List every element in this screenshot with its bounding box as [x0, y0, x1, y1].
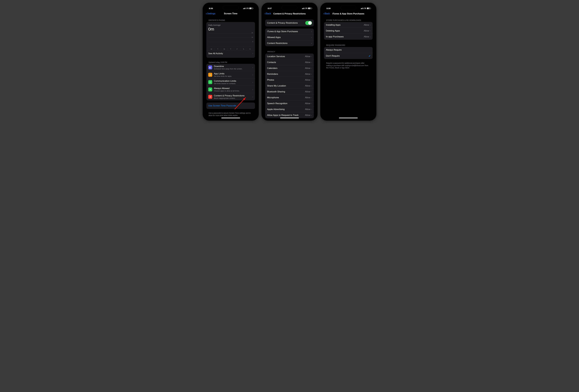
row-label: Allow Apps to Request to Track — [267, 114, 305, 116]
checkmark-icon: ✔ — [208, 87, 212, 91]
privacy-row[interactable]: Location ServicesAllow› — [265, 54, 314, 59]
main-card: iTunes & App Store Purchases › Allowed A… — [265, 29, 314, 46]
downtime-row[interactable]: ◐ Downtime Schedule time away from the s… — [206, 64, 255, 71]
chevron-right-icon: › — [311, 90, 312, 93]
battery-icon: 38 — [308, 7, 312, 9]
home-indicator[interactable] — [221, 118, 240, 118]
store-row[interactable]: Installing AppsAllow› — [324, 22, 373, 28]
row-label: Always Require — [326, 49, 371, 51]
chevron-right-icon: › — [370, 23, 371, 26]
row-label: Calendars — [267, 67, 305, 69]
daily-average-value: 0m — [208, 27, 253, 32]
privacy-row[interactable]: Allow Apps to Request to TrackAllow› — [265, 112, 314, 118]
privacy-row[interactable]: ContactsAllow› — [265, 59, 314, 65]
home-indicator[interactable] — [339, 118, 358, 118]
allowed-apps-row[interactable]: Allowed Apps › — [265, 34, 314, 40]
row-label: Installing Apps — [326, 24, 364, 26]
page-title: Content & Privacy Restrictions — [263, 12, 316, 15]
chevron-right-icon: › — [370, 29, 371, 32]
back-button[interactable]: ‹ Back — [265, 12, 271, 15]
chevron-right-icon: › — [252, 81, 253, 84]
row-value: Allow — [305, 96, 310, 99]
store-row[interactable]: In-app PurchasesAllow› — [324, 34, 373, 40]
battery-icon: 39 — [249, 7, 253, 9]
privacy-row[interactable]: Speech RecognitionAllow› — [265, 101, 314, 107]
chevron-right-icon: › — [252, 66, 253, 69]
chevron-right-icon: › — [311, 73, 312, 75]
back-button[interactable]: ‹ Settings — [206, 12, 215, 15]
privacy-row[interactable]: Share My LocationAllow› — [265, 83, 314, 89]
itunes-purchases-row[interactable]: iTunes & App Store Purchases › — [265, 29, 314, 34]
daily-average-card: Daily Average 0m 2h 1h 0 M T W T F S — [206, 22, 255, 58]
row-value: Allow — [305, 61, 310, 64]
row-subtitle: Schedule time away from the screen. — [214, 68, 252, 70]
battery-icon: 38 — [367, 7, 371, 9]
status-time: 8:08 — [327, 7, 331, 9]
signal-icon — [243, 8, 245, 9]
row-value: Allow — [305, 55, 310, 58]
always-allowed-row[interactable]: ✔ Always Allowed Choose apps to allow at… — [206, 86, 255, 93]
content-restrictions-row[interactable]: Content Restrictions › — [265, 40, 314, 46]
app-limits-row[interactable]: ⏳ App Limits Set time limits for apps. › — [206, 71, 255, 78]
row-value: Allow — [305, 73, 310, 75]
see-all-activity-row[interactable]: See All Activity › — [206, 50, 255, 56]
row-title: App Limits — [214, 72, 252, 75]
content-privacy-toggle-row[interactable]: Content & Privacy Restrictions — [265, 19, 314, 26]
chevron-right-icon: › — [311, 78, 312, 81]
nav-bar: ‹ Back Content & Privacy Restrictions — [263, 11, 316, 17]
person-icon: ☺ — [208, 80, 212, 84]
row-label: Location Services — [267, 55, 305, 58]
back-button[interactable]: ‹ Back — [323, 12, 330, 15]
toggle-switch[interactable] — [305, 21, 312, 25]
home-indicator[interactable] — [280, 118, 299, 118]
network-label: LTE — [363, 7, 366, 9]
row-subtitle: Set time limits for apps. — [214, 75, 252, 77]
downtime-icon: ◐ — [208, 65, 212, 69]
chart-tick: 0 — [252, 41, 253, 43]
privacy-row[interactable]: CalendarsAllow› — [265, 65, 314, 71]
require-row[interactable]: Don't Require✓ — [324, 53, 373, 59]
store-row[interactable]: Deleting AppsAllow› — [324, 28, 373, 34]
row-label: Deleting Apps — [326, 30, 364, 32]
row-label: Content Restrictions — [267, 42, 311, 45]
chevron-right-icon: › — [311, 42, 312, 45]
privacy-row[interactable]: RemindersAllow› — [265, 71, 314, 77]
chevron-right-icon: › — [252, 88, 253, 91]
daily-average-label: Daily Average — [208, 24, 253, 26]
use-passcode-button[interactable]: Use Screen Time Passcode — [206, 103, 255, 109]
chevron-right-icon: › — [311, 36, 312, 39]
require-row[interactable]: Always Require — [324, 47, 373, 53]
nav-bar: ‹ Settings Screen Time — [204, 11, 257, 17]
back-label: Back — [266, 12, 271, 15]
updated-text: Updated today, 8:06 PM — [206, 60, 255, 64]
privacy-row[interactable]: PhotosAllow› — [265, 77, 314, 83]
row-title: Downtime — [214, 65, 252, 68]
row-subtitle: Set limits based on contacts. — [214, 83, 252, 85]
row-label: Contacts — [267, 61, 305, 64]
row-title: Always Allowed — [214, 87, 252, 90]
privacy-header: PRIVACY — [265, 48, 314, 54]
privacy-row[interactable]: Apple AdvertisingAllow› — [265, 107, 314, 112]
require-footer: Require a password for additional purcha… — [324, 61, 373, 71]
chart-days: M T W T F S S — [208, 47, 253, 50]
toggle-card: Content & Privacy Restrictions — [265, 19, 314, 26]
row-value: Allow — [305, 67, 310, 69]
chart-tick: 1h — [252, 36, 253, 38]
row-label: Speech Recognition — [267, 102, 305, 105]
toggle-label: Content & Privacy Restrictions — [267, 22, 305, 24]
signal-icon — [301, 8, 304, 9]
store-header: STORE PURCHASES & RE-DOWNLOADS — [324, 17, 373, 22]
communication-limits-row[interactable]: ☺ Communication Limits Set limits based … — [206, 78, 255, 86]
options-card: ◐ Downtime Schedule time away from the s… — [206, 64, 255, 100]
signal-icon — [360, 8, 362, 9]
row-title: Communication Limits — [214, 80, 252, 82]
chevron-left-icon: ‹ — [265, 12, 266, 15]
privacy-row[interactable]: Bluetooth SharingAllow› — [265, 89, 314, 95]
network-label: LTE — [246, 7, 249, 9]
device-header: ONYINYE'S PHONE — [206, 17, 255, 22]
passcode-card: Use Screen Time Passcode — [206, 103, 255, 109]
row-value: Allow — [305, 90, 310, 93]
content-privacy-row[interactable]: ⊘ Content & Privacy Restrictions Block i… — [206, 93, 255, 100]
privacy-row[interactable]: MicrophoneAllow› — [265, 95, 314, 101]
network-label: LTE — [304, 7, 308, 9]
